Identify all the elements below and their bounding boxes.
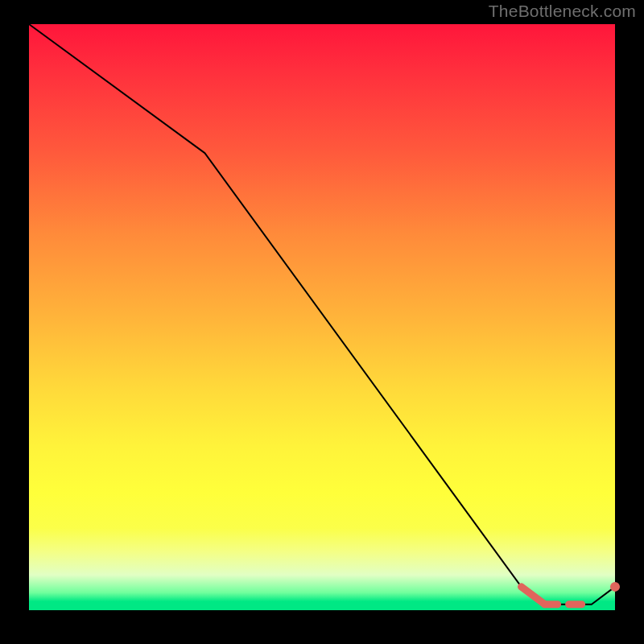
bottleneck-curve-line [29,24,615,605]
chart-svg [29,24,615,610]
chart-container: TheBottleneck.com [0,0,644,644]
watermark-text: TheBottleneck.com [489,2,636,21]
end-dot-marker [610,582,620,592]
highlight-solid-segment [522,587,545,605]
plot-area [29,24,615,610]
